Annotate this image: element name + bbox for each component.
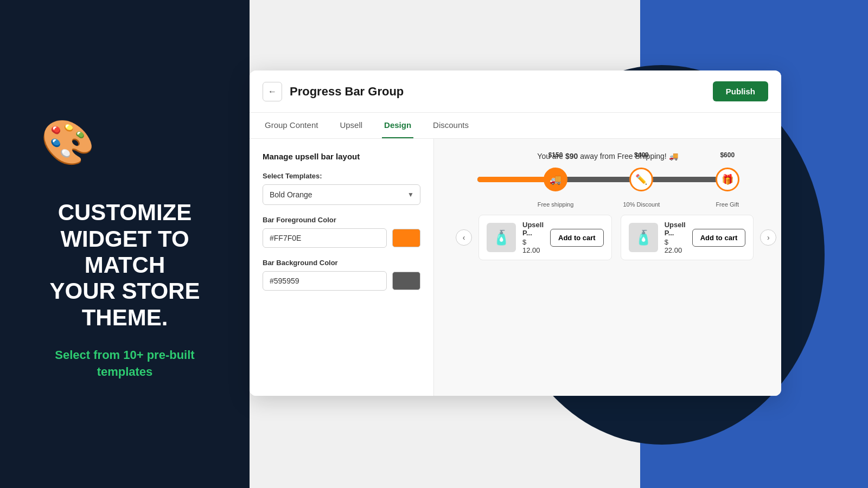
milestone-2-circle: ✏️ — [629, 168, 653, 191]
upsell-row: ‹ 🧴 Upsell P... $ 12.00 Add to cart — [450, 215, 765, 260]
product-img-2-inner: 🧴 — [629, 223, 658, 252]
product-info-2: Upsell P... $ 22.00 — [665, 221, 686, 254]
next-nav-button[interactable]: › — [760, 229, 776, 246]
milestone-2: $400 ✏️ 10% Discount — [629, 168, 653, 191]
select-label: Select Templates: — [263, 172, 420, 180]
milestone-2-label: 10% Discount — [623, 201, 660, 208]
tab-discounts[interactable]: Discounts — [431, 113, 471, 138]
settings-panel: Manage upsell bar layout Select Template… — [250, 139, 434, 396]
fg-label: Bar Foreground Color — [263, 216, 420, 224]
product-img-1: 🧴 — [487, 223, 516, 252]
milestone-3-circle: 🎁 — [716, 168, 739, 191]
tabs-bar: Group Content Upsell Design Discounts — [250, 113, 781, 139]
hero-text: CUSTOMIZE WIDGET TO MATCH YOUR STORE THE… — [22, 200, 228, 330]
publish-button[interactable]: Publish — [713, 81, 768, 101]
prev-nav-button[interactable]: ‹ — [456, 229, 472, 246]
bg-label: Bar Background Color — [263, 259, 420, 267]
left-panel: 🎨 CUSTOMIZE WIDGET TO MATCH YOUR STORE T… — [0, 0, 250, 488]
fg-field-row — [263, 228, 420, 248]
fg-color-input[interactable] — [263, 228, 387, 248]
product-name-2: Upsell P... — [665, 221, 686, 237]
sub-text: Select from 10+ pre-built templates — [55, 347, 194, 381]
milestone-1: $150 🚚 Free shipping — [544, 168, 567, 191]
fg-color-swatch[interactable] — [392, 229, 420, 247]
upsell-items: 🧴 Upsell P... $ 12.00 Add to cart 🧴 — [478, 215, 754, 260]
upsell-item-2: 🧴 Upsell P... $ 22.00 Add to cart — [621, 215, 754, 260]
progress-track: $150 🚚 Free shipping $400 ✏️ 10% Discoun… — [477, 177, 738, 182]
preview-content: You are $90 away from Free Shipping! 🚚 $… — [434, 139, 781, 273]
tab-upsell[interactable]: Upsell — [337, 113, 365, 138]
milestone-1-label: Free shipping — [538, 201, 574, 208]
progress-rail: $150 🚚 Free shipping $400 ✏️ 10% Discoun… — [477, 177, 738, 182]
back-icon: ← — [268, 87, 277, 97]
upsell-item-1: 🧴 Upsell P... $ 12.00 Add to cart — [478, 215, 612, 260]
product-price-1: $ 12.00 — [522, 238, 544, 254]
bg-field-row — [263, 271, 420, 291]
add-to-cart-button-1[interactable]: Add to cart — [550, 229, 604, 247]
header-left: ← Progress Bar Group — [263, 82, 404, 101]
bg-color-input[interactable] — [263, 271, 387, 291]
product-info-1: Upsell P... $ 12.00 — [522, 221, 544, 254]
product-img-1-inner: 🧴 — [487, 223, 516, 252]
shipping-message: You are $90 away from Free Shipping! 🚚 — [450, 152, 765, 160]
shipping-amount: $90 — [565, 152, 578, 160]
milestone-2-amount: $400 — [634, 151, 649, 159]
product-price-2: $ 22.00 — [665, 238, 686, 254]
tab-design[interactable]: Design — [382, 113, 413, 138]
bg-color-swatch[interactable] — [392, 272, 420, 290]
milestone-3-amount: $600 — [720, 151, 735, 159]
template-select-wrapper: Bold Orange Minimal Dark Fresh Green Cla… — [263, 184, 420, 205]
app-body: Manage upsell bar layout Select Template… — [250, 139, 781, 396]
tab-group-content[interactable]: Group Content — [263, 113, 320, 138]
product-img-2: 🧴 — [629, 223, 658, 252]
app-header: ← Progress Bar Group Publish — [250, 70, 781, 113]
milestone-3-label: Free Gift — [716, 201, 739, 208]
milestone-3: $600 🎁 Free Gift — [716, 168, 739, 191]
settings-title: Manage upsell bar layout — [263, 152, 420, 161]
milestone-1-circle: 🚚 — [544, 168, 567, 191]
preview-panel: You are $90 away from Free Shipping! 🚚 $… — [434, 139, 781, 396]
product-name-1: Upsell P... — [522, 221, 544, 237]
add-to-cart-button-2[interactable]: Add to cart — [692, 229, 746, 247]
page-title: Progress Bar Group — [290, 85, 404, 99]
back-button[interactable]: ← — [263, 82, 282, 101]
palette-icon: 🎨 — [33, 107, 103, 178]
template-select[interactable]: Bold Orange Minimal Dark Fresh Green Cla… — [263, 184, 420, 205]
milestone-1-amount: $150 — [548, 151, 563, 159]
app-card: ← Progress Bar Group Publish Group Conte… — [250, 70, 781, 396]
